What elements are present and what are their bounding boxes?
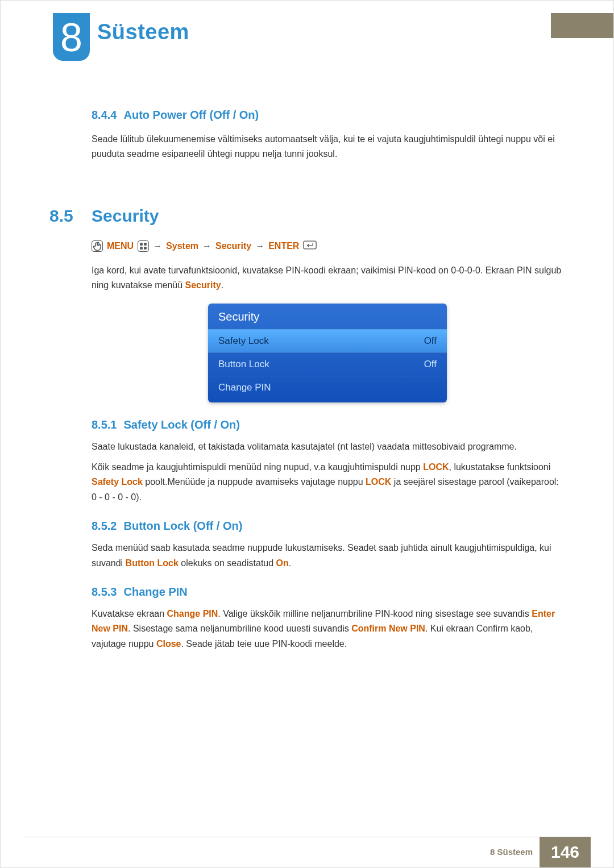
- arrow-1: →: [153, 241, 162, 251]
- t: . Sisestage sama neljanumbriline kood uu…: [128, 624, 351, 633]
- t: olekuks on seadistatud: [179, 558, 276, 568]
- t: poolt.Menüüde ja nuppude avamiseks vajut…: [143, 477, 366, 487]
- section-title: Security: [92, 206, 159, 225]
- svg-rect-3: [144, 247, 147, 250]
- nav-enter-label: ENTER: [268, 241, 299, 251]
- em-change-pin: Change PIN: [167, 609, 218, 618]
- para-8-4-4: Seade lülitub ülekuumenemise vältimiseks…: [92, 132, 563, 162]
- nav-security: Security: [215, 241, 251, 251]
- intro-text-1: Iga kord, kui avate turvafunktsioonid, k…: [92, 265, 561, 290]
- osd-row-safety-lock[interactable]: Safety Lock Off: [208, 329, 447, 352]
- em-lock-2: LOCK: [366, 477, 391, 487]
- para-8-5-1-b: Kõik seadme ja kaugjuhtimispuldi menüüd …: [92, 460, 563, 505]
- footer-chapter-label: 8 Süsteem: [490, 847, 533, 857]
- footer-page-number: 146: [540, 837, 591, 867]
- menu-grid-icon: [138, 240, 149, 252]
- svg-rect-2: [140, 247, 143, 250]
- heading-text: Change PIN: [123, 585, 187, 598]
- arrow-2: →: [202, 241, 211, 251]
- osd-row-change-pin[interactable]: Change PIN: [208, 376, 447, 402]
- content-area: 8.4.4Auto Power Off (Off / On) Seade lül…: [92, 109, 563, 656]
- heading-num: 8.5.3: [92, 585, 117, 598]
- document-page: 8 Süsteem 8.4.4Auto Power Off (Off / On)…: [0, 0, 614, 868]
- svg-rect-4: [304, 241, 316, 249]
- svg-rect-0: [140, 243, 143, 246]
- intro-text-2: .: [221, 280, 223, 290]
- heading-num: 8.5.2: [92, 520, 117, 532]
- heading-num: 8.5.1: [92, 418, 117, 431]
- heading-text: Button Lock (Off / On): [123, 520, 242, 532]
- nav-menu-label: MENU: [107, 241, 134, 251]
- t: . Valige ükskõik milline neljanumbriline…: [218, 609, 532, 618]
- t: Kuvatakse ekraan: [92, 609, 167, 618]
- osd-security-panel: Security Safety Lock Off Button Lock Off…: [208, 304, 447, 402]
- heading-8-5-3: 8.5.3Change PIN: [92, 585, 563, 599]
- heading-text: Safety Lock (Off / On): [123, 418, 239, 431]
- osd-row-label: Safety Lock: [218, 335, 269, 347]
- t: .: [289, 558, 291, 568]
- osd-row-value: Off: [424, 335, 437, 347]
- t: . Seade jätab teie uue PIN-koodi meelde.: [181, 639, 347, 649]
- heading-8-5-1: 8.5.1Safety Lock (Off / On): [92, 418, 563, 431]
- svg-rect-1: [144, 243, 147, 246]
- em-safety-lock: Safety Lock: [92, 477, 143, 487]
- footer: 8 Süsteem 146: [1, 837, 613, 867]
- heading-text: Auto Power Off (Off / On): [123, 109, 259, 121]
- osd-row-label: Change PIN: [218, 382, 271, 393]
- section-8-5: 8.5 Security: [92, 206, 563, 226]
- intro-em: Security: [185, 280, 221, 290]
- chapter-number: 8: [53, 13, 90, 62]
- em-close: Close: [156, 639, 181, 649]
- t: Kõik seadme ja kaugjuhtimispuldi menüüd …: [92, 462, 423, 472]
- arrow-3: →: [255, 241, 264, 251]
- chapter-title: Süsteem: [97, 20, 189, 44]
- heading-num: 8.4.4: [92, 109, 117, 121]
- heading-8-4-4: 8.4.4Auto Power Off (Off / On): [92, 109, 563, 122]
- para-8-5-intro: Iga kord, kui avate turvafunktsioonid, k…: [92, 263, 563, 293]
- para-8-5-2: Seda menüüd saab kasutada seadme nuppude…: [92, 541, 563, 571]
- menu-nav-path: MENU → System → Security → ENTER: [92, 240, 563, 252]
- section-num: 8.5: [49, 206, 73, 226]
- footer-divider: [23, 837, 591, 837]
- nav-system: System: [166, 241, 198, 251]
- em-on: On: [276, 558, 289, 568]
- hand-icon: [92, 240, 103, 252]
- para-8-5-1-a: Saate lukustada kanaleid, et takistada v…: [92, 439, 563, 454]
- chapter-tab: 8: [53, 13, 90, 61]
- em-confirm-new-pin: Confirm New PIN: [351, 624, 425, 633]
- header-accent-bar: [551, 13, 613, 38]
- osd-title: Security: [208, 304, 447, 329]
- heading-8-5-2: 8.5.2Button Lock (Off / On): [92, 520, 563, 533]
- osd-row-label: Button Lock: [218, 359, 269, 370]
- osd-row-value: Off: [424, 359, 437, 370]
- em-lock: LOCK: [423, 462, 449, 472]
- para-8-5-3: Kuvatakse ekraan Change PIN. Valige üksk…: [92, 607, 563, 651]
- enter-icon: [303, 240, 317, 252]
- em-button-lock: Button Lock: [126, 558, 179, 568]
- osd-row-button-lock[interactable]: Button Lock Off: [208, 352, 447, 376]
- t: , lukustatakse funktsiooni: [449, 462, 551, 472]
